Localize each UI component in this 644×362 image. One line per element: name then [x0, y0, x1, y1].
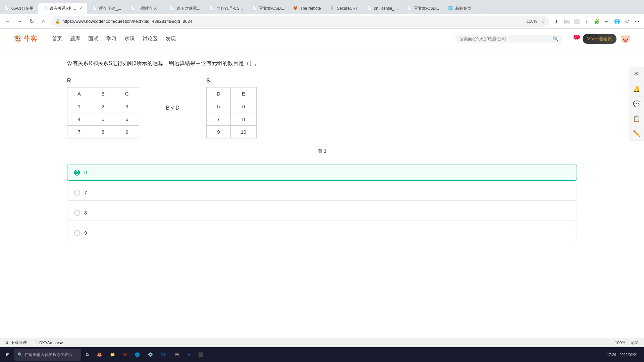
tab-favicon-9: 🖥: [330, 6, 335, 11]
forward-button[interactable]: →: [15, 17, 24, 26]
option-d[interactable]: 9: [67, 225, 577, 241]
url-bar[interactable]: 🔒 https://www.nowcoder.com/question/next…: [51, 16, 549, 27]
table-s-wrapper: S D E 5 6 7: [206, 78, 257, 138]
vip-button[interactable]: V V开通会员: [583, 34, 616, 44]
tab-label-6: 内容管理-CS...: [216, 6, 243, 11]
tab-1[interactable]: 📄 05-CRT使用: [0, 3, 38, 14]
tab-8[interactable]: 🦊 The remote: [289, 3, 325, 14]
taskbar-game[interactable]: 🎮: [171, 349, 183, 361]
nav-jobs[interactable]: 求职: [124, 34, 135, 43]
nav-problems[interactable]: 题库: [70, 34, 80, 43]
new-tab-button[interactable]: +: [476, 4, 486, 14]
nav-discover[interactable]: 发现: [166, 34, 176, 43]
nav-interview[interactable]: 面试: [88, 34, 98, 43]
condition-text: B < D: [166, 105, 179, 111]
taskbar: ⊞ 🔍 在这里输入你要搜索的内容 ⧉ 🦊 📁 W 🌐 ⚙️ VS 🎮 E ⬛ 1…: [0, 347, 644, 362]
taskbar-chrome[interactable]: 🌐: [131, 349, 143, 361]
tab-label-9: SecureCRT: [337, 6, 358, 11]
tab-6[interactable]: 📄 内容管理-CS...: [205, 3, 247, 14]
download-manager[interactable]: ⬇ 下载管理: [5, 340, 27, 346]
refresh-button[interactable]: ↻: [27, 17, 36, 26]
taskview-button[interactable]: ⧉: [83, 349, 92, 361]
tab-7[interactable]: 📄 写文章-CSD...: [248, 3, 288, 14]
table-r-header-c: C: [115, 87, 139, 100]
zoom-indicator: 110%: [525, 19, 539, 24]
window-icon[interactable]: ⬜: [572, 17, 581, 26]
file-item[interactable]: 📄 DXYArea.csv: [32, 341, 63, 345]
tab-label-11: 写文章-CSD...: [414, 6, 439, 11]
info-icon[interactable]: ℹ: [582, 17, 591, 26]
taskbar-explorer[interactable]: 📁: [107, 349, 118, 361]
tab-12[interactable]: 🌐 新标签页: [444, 3, 475, 14]
tab-11[interactable]: 📄 写文章-CSD...: [402, 3, 443, 14]
question-text: 设有关系R和关系S进行如图3所示的运算，则运算结果中含有元组的数目是（）。: [67, 59, 577, 68]
table-row: 9 10: [206, 125, 257, 138]
option-a[interactable]: 6: [67, 165, 577, 181]
taskbar-edge[interactable]: E: [184, 349, 194, 361]
search-button[interactable]: 🔍 在这里输入你要搜索的内容: [14, 349, 81, 361]
nav-search[interactable]: 🔍: [455, 35, 562, 43]
tab-9[interactable]: 🖥 SecureCRT: [326, 3, 362, 14]
tab-2[interactable]: 📄 设有关系R和... ✕: [38, 3, 88, 14]
back-button[interactable]: ←: [3, 17, 12, 26]
tab-10[interactable]: 📄 crt license_...: [363, 3, 402, 14]
taskbar-terminal[interactable]: ⬛: [195, 349, 207, 361]
more-icon[interactable]: ⋯: [633, 17, 641, 26]
option-b[interactable]: 7: [67, 185, 577, 201]
extension-icon[interactable]: 🧩: [592, 17, 601, 26]
home-button[interactable]: ⌂: [39, 17, 48, 26]
system-tray[interactable]: 17:26 2022/02/21: [603, 349, 641, 361]
sidebar-save-button[interactable]: 📋: [629, 111, 644, 126]
reader-icon[interactable]: 📖: [562, 17, 571, 26]
sidebar-eye-button[interactable]: 👁: [629, 67, 644, 82]
cell-r-2-c: 6: [115, 113, 139, 125]
nav-home[interactable]: 首页: [52, 34, 62, 43]
logo-text: 牛客: [24, 34, 37, 43]
figure-label: 图 3: [67, 148, 577, 155]
history-icon[interactable]: ↩: [602, 17, 611, 26]
tab-5[interactable]: 📄 以下对继承...: [165, 3, 204, 14]
tab-favicon-1: 📄: [4, 6, 9, 11]
cell-s-2-d: 7: [206, 113, 230, 125]
tab-favicon-4: 📄: [130, 6, 135, 11]
nav-discuss[interactable]: 讨论区: [143, 34, 158, 43]
cell-s-3-d: 9: [206, 125, 230, 138]
bookmark-icon[interactable]: ☆: [541, 19, 545, 24]
tab-close-2[interactable]: ✕: [78, 6, 83, 11]
taskbar-settings[interactable]: ⚙️: [145, 349, 156, 361]
option-c-radio[interactable]: [74, 210, 80, 216]
search-icon[interactable]: 🔍: [553, 36, 558, 42]
search-input[interactable]: [459, 36, 550, 41]
tab-label-10: crt license_...: [374, 6, 398, 11]
option-a-radio[interactable]: [74, 170, 80, 176]
download-icon[interactable]: ⬇: [552, 17, 561, 26]
avatar[interactable]: 🐷: [621, 34, 631, 44]
option-c[interactable]: 8: [67, 205, 577, 221]
table-row: 5 6: [206, 100, 257, 113]
vip-label: V开通会员: [591, 36, 612, 42]
logo[interactable]: 🐮 牛客: [13, 34, 37, 43]
status-left: ⬇ 下载管理 📄 DXYArea.csv: [5, 340, 63, 346]
sidebar-edit-button[interactable]: ✏️: [629, 126, 644, 141]
notification-button[interactable]: ✉ 23: [575, 36, 579, 42]
taskbar-wps[interactable]: W: [120, 349, 130, 361]
status-right: 100% 清除: [615, 340, 639, 346]
option-b-radio[interactable]: [74, 190, 80, 196]
sidebar-bell-button[interactable]: 🔔: [629, 82, 644, 97]
table-r-wrapper: R A B C 1 2 3: [67, 78, 139, 138]
start-button[interactable]: ⊞: [3, 349, 13, 361]
cell-r-2-b: 5: [91, 113, 115, 125]
taskbar-vscode[interactable]: VS: [158, 349, 170, 361]
option-d-radio[interactable]: [74, 230, 80, 236]
date-display: 2022/02/21: [620, 353, 638, 357]
translate-icon[interactable]: 🌐: [612, 17, 621, 26]
shield-icon[interactable]: 🛡: [623, 17, 631, 26]
taskbar-firefox[interactable]: 🦊: [94, 349, 105, 361]
sidebar-chat-button[interactable]: 💬: [629, 97, 644, 111]
clear-button[interactable]: 清除: [631, 340, 639, 346]
nav-learn[interactable]: 学习: [106, 34, 116, 43]
tab-4[interactable]: 📄 下面哪个选...: [126, 3, 165, 14]
tab-favicon-11: 📄: [407, 6, 412, 11]
tab-3[interactable]: 📄 哪个正确_...: [88, 3, 125, 14]
cell-r-3-c: 9: [115, 125, 139, 138]
